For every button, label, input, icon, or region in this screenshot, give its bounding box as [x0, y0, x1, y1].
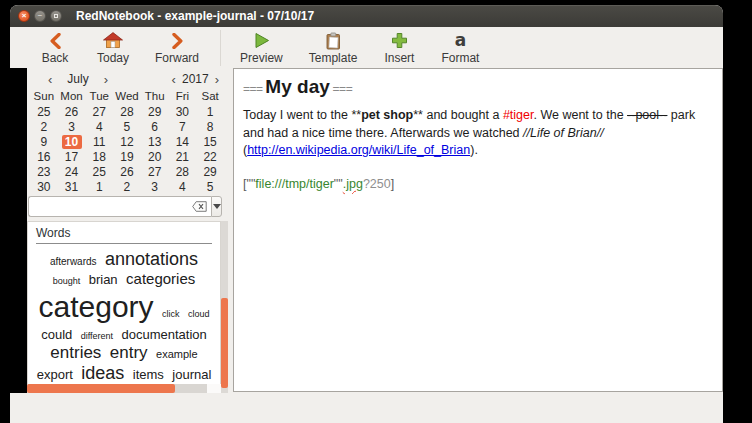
calendar-day[interactable]: 12 [117, 135, 137, 149]
word-cloud-item[interactable]: afterwards [50, 256, 97, 267]
preview-button[interactable]: Preview [233, 30, 290, 66]
strikethrough-text: --pool-- [627, 108, 667, 122]
word-cloud-item[interactable]: documentation [122, 327, 207, 342]
calendar-day[interactable]: 28 [117, 105, 137, 119]
calendar-day[interactable]: 25 [89, 165, 109, 179]
forward-button[interactable]: Forward [148, 30, 206, 66]
calendar-day[interactable]: 21 [172, 150, 192, 164]
calendar-day[interactable]: 22 [200, 150, 220, 164]
today-button[interactable]: Today [90, 30, 136, 66]
word-cloud-item[interactable]: export [37, 367, 73, 382]
calendar-day[interactable]: 24 [62, 165, 82, 179]
calendar-day[interactable]: 26 [117, 165, 137, 179]
entry-heading: === My day === [243, 76, 722, 98]
calendar-day[interactable]: 23 [34, 165, 54, 179]
calendar-day[interactable]: 6 [145, 120, 165, 134]
toolbar-separator [220, 30, 221, 66]
calendar-day[interactable]: 1 [200, 105, 220, 119]
next-year-button[interactable]: › [213, 73, 221, 86]
search-input[interactable] [33, 199, 192, 215]
back-button[interactable]: Back [32, 30, 78, 66]
rednotebook-window: × − RedNotebook - example-journal - 07/1… [10, 5, 723, 423]
word-cloud-item[interactable]: brian [89, 272, 118, 287]
calendar-day[interactable]: 27 [145, 165, 165, 179]
calendar-day[interactable]: 4 [89, 120, 109, 134]
words-panel: Words afterwards annotations bought bria… [27, 221, 221, 393]
calendar-day[interactable]: 19 [117, 150, 137, 164]
prev-year-button[interactable]: ‹ [170, 73, 178, 86]
calendar-day[interactable]: 26 [62, 105, 82, 119]
vertical-scrollbar-thumb[interactable] [221, 298, 228, 388]
calendar-day[interactable]: 16 [34, 150, 54, 164]
calendar-day[interactable]: 8 [200, 120, 220, 134]
calendar-day[interactable]: 5 [200, 180, 220, 194]
word-cloud-item[interactable]: cloud [188, 309, 210, 319]
template-button[interactable]: Template [302, 30, 365, 66]
calendar-day[interactable]: 29 [145, 105, 165, 119]
sidebar: ‹ July › ‹ 2017 › SunMonTueWedThuFriSat … [27, 68, 228, 393]
calendar-day[interactable]: 14 [172, 135, 192, 149]
close-button[interactable]: × [18, 10, 30, 22]
calendar-day[interactable]: 27 [89, 105, 109, 119]
calendar-day[interactable]: 31 [62, 180, 82, 194]
word-cloud-item[interactable]: could [41, 327, 72, 342]
calendar-day[interactable]: 3 [62, 120, 82, 134]
word-cloud-item[interactable]: categories [126, 270, 195, 287]
word-cloud-item[interactable]: different [81, 331, 113, 341]
calendar-day[interactable]: 2 [34, 120, 54, 134]
file-extension: .jpg [343, 177, 363, 191]
calendar-day[interactable]: 4 [172, 180, 192, 194]
calendar-day[interactable]: 25 [34, 105, 54, 119]
wikipedia-link[interactable]: http://en.wikipedia.org/wiki/Life_of_Bri… [247, 143, 470, 157]
word-cloud-item[interactable]: click [162, 309, 180, 319]
insert-button[interactable]: Insert [376, 30, 422, 66]
calendar-day[interactable]: 1 [89, 180, 109, 194]
word-cloud-item[interactable]: journal [172, 367, 211, 382]
horizontal-scrollbar-thumb[interactable] [27, 384, 175, 393]
image-syntax: ["" [243, 177, 255, 191]
calendar-year-label: 2017 [182, 72, 209, 86]
word-cloud-item[interactable]: bought [53, 276, 81, 286]
word-cloud-item[interactable]: ideas [81, 363, 124, 383]
calendar-day[interactable]: 15 [200, 135, 220, 149]
home-icon [103, 31, 123, 50]
calendar-day[interactable]: 10 [62, 135, 82, 149]
calendar-day[interactable]: 30 [172, 105, 192, 119]
calendar-day[interactable]: 13 [145, 135, 165, 149]
vertical-scrollbar[interactable] [221, 221, 228, 393]
calendar-day[interactable]: 18 [89, 150, 109, 164]
minimize-button[interactable]: − [34, 10, 46, 22]
clear-search-icon[interactable] [192, 201, 207, 212]
calendar-day[interactable]: 9 [34, 135, 54, 149]
prev-month-button[interactable]: ‹ [46, 73, 54, 86]
word-cloud-item[interactable]: entry [110, 343, 148, 362]
word-cloud-item[interactable]: entries [50, 343, 101, 362]
maximize-button[interactable] [50, 10, 62, 22]
calendar-day[interactable]: 20 [145, 150, 165, 164]
calendar-day[interactable]: 3 [145, 180, 165, 194]
plain-text: ). [470, 143, 478, 157]
calendar-day[interactable]: 29 [200, 165, 220, 179]
editor-textarea[interactable]: === My day === Today I went to the **pet… [233, 68, 723, 392]
horizontal-scrollbar[interactable] [27, 384, 221, 393]
calendar-day[interactable]: 11 [89, 135, 109, 149]
calendar-day[interactable]: 5 [117, 120, 137, 134]
calendar-grid: SunMonTueWedThuFriSat 252627282930123456… [30, 89, 224, 194]
calendar-day[interactable]: 28 [172, 165, 192, 179]
word-cloud-item[interactable]: items [133, 367, 164, 382]
heading-syntax: === [330, 82, 352, 96]
entry-image-markup: [""file:///tmp/tiger"".jpg?250] [243, 177, 712, 191]
search-dropdown-button[interactable] [211, 196, 222, 217]
calendar-day[interactable]: 30 [34, 180, 54, 194]
calendar-day[interactable]: 17 [62, 150, 82, 164]
format-button[interactable]: a Format [434, 30, 486, 66]
calendar-day[interactable]: 2 [117, 180, 137, 194]
word-cloud-item[interactable]: category [39, 290, 154, 323]
file-link: file:///tmp/tiger [255, 177, 334, 191]
calendar-day[interactable]: 7 [172, 120, 192, 134]
word-cloud-item[interactable]: example [156, 348, 198, 360]
plain-text: Today I went to the ** [243, 108, 361, 122]
word-cloud-item[interactable]: annotations [105, 249, 198, 269]
titlebar: × − RedNotebook - example-journal - 07/1… [10, 5, 723, 27]
next-month-button[interactable]: › [102, 73, 110, 86]
